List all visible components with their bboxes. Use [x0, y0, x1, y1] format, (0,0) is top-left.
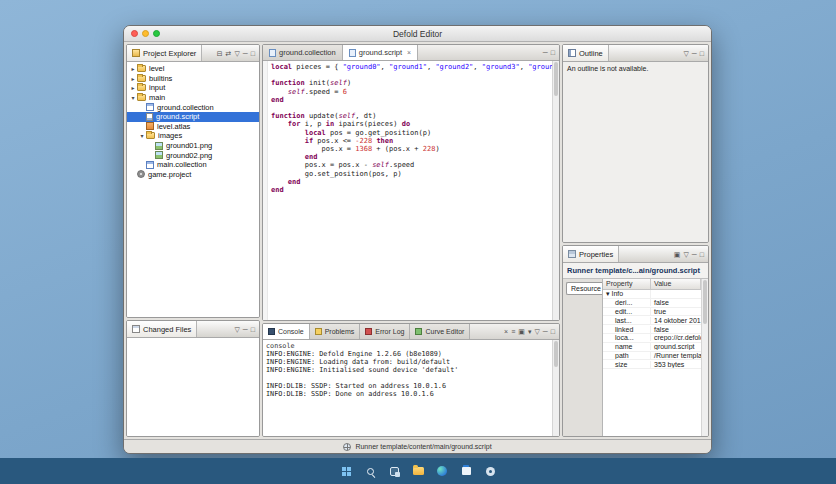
- property-row-path[interactable]: path/Runner templat...: [603, 352, 701, 361]
- property-row-deri[interactable]: deri...false: [603, 299, 701, 308]
- window-titlebar[interactable]: Defold Editor: [124, 26, 711, 42]
- collapse-all-icon[interactable]: ⊟: [217, 50, 223, 57]
- view-menu-icon[interactable]: ▽: [234, 326, 239, 333]
- clear-console-icon[interactable]: ×: [504, 328, 508, 335]
- code-area[interactable]: local pieces = { "ground0", "ground1", "…: [268, 61, 552, 320]
- changed-files-panel: Changed Files ▽─□: [126, 320, 260, 437]
- outline-title: Outline: [579, 49, 603, 58]
- editor-scrollbar[interactable]: [552, 61, 559, 320]
- zoom-button[interactable]: [153, 30, 160, 37]
- tree-item-main.collection[interactable]: main.collection: [127, 160, 259, 170]
- resource-side-tab[interactable]: Resource: [566, 282, 602, 295]
- console-line: [266, 374, 552, 382]
- minimize-icon[interactable]: ─: [692, 251, 697, 258]
- pin-icon[interactable]: ▣: [674, 251, 681, 258]
- view-menu-icon[interactable]: ▽: [683, 251, 688, 258]
- property-row-edit[interactable]: edit...true: [603, 308, 701, 317]
- editor-tab-ground.script[interactable]: ground.script×: [343, 45, 418, 60]
- folder-icon: [137, 65, 146, 72]
- tree-item-label: main: [149, 93, 165, 102]
- minimize-icon[interactable]: ─: [543, 328, 548, 335]
- tree-item-ground.script[interactable]: ground.script: [127, 112, 259, 122]
- tree-item-ground.collection[interactable]: ground.collection: [127, 102, 259, 112]
- link-with-editor-icon[interactable]: ⇄: [226, 50, 232, 57]
- project-explorer-tab[interactable]: Project Explorer: [127, 45, 202, 61]
- expanded-expander-icon[interactable]: ▾: [138, 132, 146, 139]
- property-row-size[interactable]: size353 bytes: [603, 360, 701, 369]
- console-tabs: ConsoleProblemsError LogCurve Editor: [263, 324, 470, 339]
- console-scrollbar[interactable]: [552, 340, 559, 436]
- maximize-icon[interactable]: □: [251, 326, 255, 333]
- properties-rows[interactable]: ▾ Infoderi...falseedit...truelast...14 o…: [603, 290, 701, 436]
- property-row-last[interactable]: last...14 oktober 201...: [603, 316, 701, 325]
- properties-tab[interactable]: Properties: [563, 246, 619, 262]
- defold-editor-window: Defold Editor Project Explorer ⊟⇄▽─□ ▸le…: [123, 25, 712, 454]
- maximize-icon[interactable]: □: [551, 328, 555, 335]
- collapsed-expander-icon[interactable]: ▸: [129, 84, 137, 91]
- tree-item-ground02.png[interactable]: ground02.png: [127, 150, 259, 160]
- view-menu-icon[interactable]: ▽: [683, 50, 688, 57]
- console-tab-curve-editor[interactable]: Curve Editor: [410, 324, 470, 339]
- editor-tab-label: ground.collection: [279, 48, 336, 57]
- windows-start-icon[interactable]: [337, 461, 355, 481]
- property-name: edit...: [603, 308, 651, 315]
- console-tab-error-log[interactable]: Error Log: [360, 324, 410, 339]
- close-tab-icon[interactable]: ×: [407, 49, 411, 56]
- maximize-icon[interactable]: □: [700, 50, 704, 57]
- file-explorer-icon[interactable]: [409, 461, 427, 481]
- pin-console-icon[interactable]: ▣: [518, 328, 525, 335]
- maximize-icon[interactable]: □: [251, 50, 255, 57]
- console-tab-console[interactable]: Console: [263, 324, 310, 339]
- properties-scrollbar-thumb[interactable]: [703, 280, 707, 324]
- property-group-info[interactable]: ▾ Info: [603, 290, 701, 299]
- expanded-expander-icon[interactable]: ▾: [129, 94, 137, 101]
- console-scrollbar-thumb[interactable]: [554, 341, 558, 367]
- tree-item-input[interactable]: ▸input: [127, 83, 259, 93]
- globe-icon: [343, 443, 351, 451]
- view-menu-icon[interactable]: ▽: [534, 328, 539, 335]
- minimize-icon[interactable]: ─: [692, 50, 697, 57]
- changed-files-tab[interactable]: Changed Files: [127, 321, 197, 337]
- tree-item-level[interactable]: ▸level: [127, 64, 259, 74]
- project-tree[interactable]: ▸level▸builtins▸input▾mainground.collect…: [127, 62, 259, 317]
- property-row-linked[interactable]: linkedfalse: [603, 325, 701, 334]
- search-icon[interactable]: [361, 461, 379, 481]
- collection-icon: [146, 103, 154, 111]
- tree-item-images[interactable]: ▾images: [127, 131, 259, 141]
- property-value: false: [651, 326, 701, 333]
- property-row-loca[interactable]: loca...crepo://cr.defold...: [603, 334, 701, 343]
- tree-item-game.project[interactable]: game.project: [127, 170, 259, 180]
- changed-files-list[interactable]: [127, 338, 259, 436]
- minimize-icon[interactable]: ─: [243, 326, 248, 333]
- maximize-icon[interactable]: □: [551, 49, 555, 56]
- console-tab-problems[interactable]: Problems: [310, 324, 361, 339]
- collapsed-expander-icon[interactable]: ▸: [129, 75, 137, 82]
- scroll-lock-icon[interactable]: ≡: [511, 328, 515, 335]
- console-toolbar: ×≡▣▾▽─□: [500, 324, 559, 339]
- tree-item-builtins[interactable]: ▸builtins: [127, 74, 259, 84]
- view-menu-icon[interactable]: ▽: [234, 50, 239, 57]
- tree-item-ground01.png[interactable]: ground01.png: [127, 141, 259, 151]
- code-line: for i, p in ipairs(pieces) do: [271, 120, 552, 128]
- close-button[interactable]: [131, 30, 138, 37]
- task-view-icon[interactable]: [385, 461, 403, 481]
- properties-scrollbar[interactable]: [701, 279, 708, 436]
- settings-icon[interactable]: [481, 461, 499, 481]
- console-output[interactable]: consoleINFO:ENGINE: Defold Engine 1.2.66…: [263, 340, 552, 436]
- editor-tab-ground.collection[interactable]: ground.collection: [263, 45, 343, 60]
- minimize-button[interactable]: [142, 30, 149, 37]
- minimize-icon[interactable]: ─: [243, 50, 248, 57]
- tree-item-level.atlas[interactable]: level.atlas: [127, 122, 259, 132]
- tree-item-label: ground01.png: [166, 141, 212, 150]
- store-icon[interactable]: [457, 461, 475, 481]
- editor-scrollbar-thumb[interactable]: [554, 62, 558, 96]
- outline-tab[interactable]: Outline: [563, 45, 609, 61]
- edge-icon[interactable]: [433, 461, 451, 481]
- project-explorer-icon: [132, 49, 140, 57]
- minimize-icon[interactable]: ─: [543, 49, 548, 56]
- maximize-icon[interactable]: □: [700, 251, 704, 258]
- collapsed-expander-icon[interactable]: ▸: [129, 65, 137, 72]
- open-console-icon[interactable]: ▾: [528, 328, 532, 335]
- property-row-name[interactable]: nameground.script: [603, 343, 701, 352]
- tree-item-main[interactable]: ▾main: [127, 93, 259, 103]
